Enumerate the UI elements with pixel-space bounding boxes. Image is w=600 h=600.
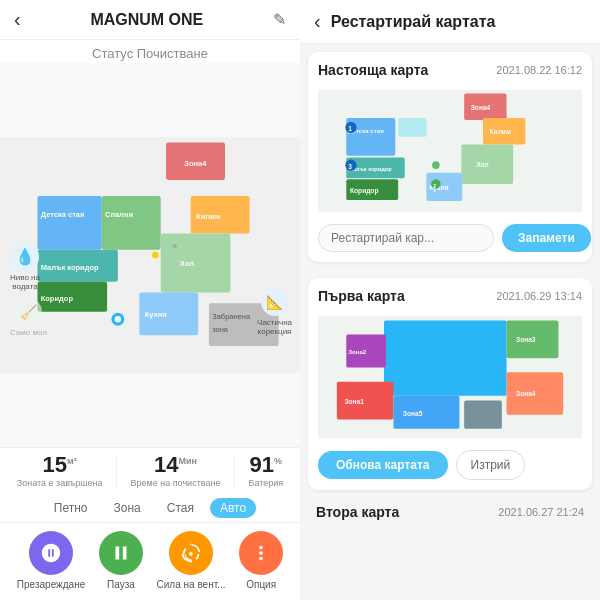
right-panel: ‹ Рестартирай картата Настояща карта 202… — [300, 0, 600, 600]
stats-row: 15м² Зоната е завършена 14Мин Време на п… — [0, 447, 300, 494]
current-map-thumbnail: Зона4 Детска стая Килим Малък коридор Хо… — [318, 86, 582, 216]
svg-point-23 — [173, 244, 177, 248]
tab-auto[interactable]: Авто — [210, 498, 256, 518]
svg-point-46 — [432, 161, 440, 169]
svg-text:Детска стая: Детска стая — [41, 211, 85, 220]
second-map-title: Втора карта — [316, 504, 399, 520]
svg-text:Хол: Хол — [476, 161, 488, 168]
fan-label: Сила на вент... — [157, 579, 226, 590]
stat-battery-value: 91% — [250, 454, 283, 476]
tab-spot[interactable]: Петно — [44, 498, 98, 518]
option-label: Опция — [246, 579, 276, 590]
update-map-button[interactable]: Обнова картата — [318, 451, 448, 479]
svg-text:Забранена: Забранена — [212, 312, 251, 321]
save-button[interactable]: Запамети — [502, 224, 591, 252]
stat-divider-2 — [234, 456, 235, 486]
svg-text:Коридор: Коридор — [350, 187, 378, 195]
left-panel: ‹ MAGNUM ONE ✎ Статус Почистване Зона4 Д… — [0, 0, 300, 600]
option-button[interactable]: Опция — [239, 531, 283, 590]
stat-time-label: Време на почистване — [131, 478, 221, 488]
svg-text:Зона4: Зона4 — [471, 104, 491, 111]
svg-rect-3 — [38, 196, 102, 250]
floor-map: Зона4 Детска стая Спални Килим Малък кор… — [0, 63, 300, 447]
stat-time: 14Мин Време на почистване — [131, 454, 221, 488]
svg-text:зона: зона — [212, 325, 229, 334]
recharge-icon — [29, 531, 73, 575]
svg-text:Зона5: Зона5 — [403, 410, 423, 417]
partial-correction-label: Частичнакорекция — [257, 318, 292, 337]
svg-rect-59 — [464, 401, 502, 429]
back-button[interactable]: ‹ — [14, 8, 21, 31]
option-icon — [239, 531, 283, 575]
recharge-label: Презареждане — [17, 579, 85, 590]
svg-rect-5 — [102, 196, 161, 250]
card-actions-current: Запамети — [318, 224, 582, 252]
tab-room[interactable]: Стая — [157, 498, 204, 518]
first-map-card: Първа карта 2021.06.29 13:14 Зона2 Зона1… — [308, 278, 592, 490]
second-map-date: 2021.06.27 21:24 — [498, 506, 584, 518]
pause-icon — [99, 531, 143, 575]
svg-text:Зона3: Зона3 — [516, 336, 536, 343]
pause-label: Пауза — [107, 579, 135, 590]
pause-button[interactable]: Пауза — [99, 531, 143, 590]
tab-zone[interactable]: Зона — [104, 498, 151, 518]
delete-map-button[interactable]: Изтрий — [456, 450, 526, 480]
mop-icon[interactable]: 🧹 Само мол — [10, 298, 47, 337]
restart-map-input[interactable] — [318, 224, 494, 252]
stat-area-label: Зоната е завършена — [17, 478, 103, 488]
second-map-section-header: Втора карта 2021.06.27 21:24 — [300, 498, 600, 522]
svg-rect-29 — [398, 118, 426, 137]
page-title: MAGNUM ONE — [90, 11, 203, 29]
current-map-date: 2021.08.22 16:12 — [496, 64, 582, 76]
svg-text:1: 1 — [348, 125, 352, 132]
recharge-button[interactable]: Презареждане — [17, 531, 85, 590]
svg-text:Килим: Килим — [196, 212, 221, 221]
stat-area: 15м² Зоната е завършена — [17, 454, 103, 488]
svg-rect-11 — [161, 234, 231, 293]
svg-text:Спални: Спални — [105, 211, 133, 220]
first-map-date: 2021.06.29 13:14 — [496, 290, 582, 302]
mode-tabs: Петно Зона Стая Авто — [0, 494, 300, 522]
current-map-title: Настояща карта — [318, 62, 428, 78]
stat-area-value: 15м² — [43, 454, 77, 476]
card-header-current: Настояща карта 2021.08.22 16:12 — [318, 62, 582, 78]
status-text: Статус Почистване — [0, 40, 300, 63]
card-actions-first: Обнова картата Изтрий — [318, 450, 582, 480]
bottom-actions: Презареждане Пауза Сила на вент... — [0, 522, 300, 600]
mop-label: Само мол — [10, 328, 47, 337]
svg-text:Зона1: Зона1 — [344, 398, 364, 405]
fan-button[interactable]: Сила на вент... — [157, 531, 226, 590]
partial-correction-icon[interactable]: 📐 Частичнакорекция — [257, 288, 292, 337]
svg-text:3: 3 — [348, 163, 352, 170]
fan-icon — [169, 531, 213, 575]
water-level-icon[interactable]: 💧 Ниво наводата — [10, 243, 40, 292]
water-level-label: Ниво наводата — [10, 273, 40, 292]
svg-text:2: 2 — [433, 183, 436, 189]
stat-divider-1 — [116, 456, 117, 486]
first-map-title: Първа карта — [318, 288, 405, 304]
right-page-title: Рестартирай картата — [331, 13, 496, 31]
svg-rect-48 — [384, 320, 507, 395]
svg-text:Хол: Хол — [180, 259, 194, 268]
stat-time-value: 14Мин — [154, 454, 197, 476]
svg-point-22 — [152, 252, 158, 258]
edit-button[interactable]: ✎ — [273, 10, 286, 29]
right-back-button[interactable]: ‹ — [314, 10, 321, 33]
stat-battery: 91% Батерия — [249, 454, 284, 488]
svg-text:Зона2: Зона2 — [348, 348, 367, 355]
current-map-card: Настояща карта 2021.08.22 16:12 Зона4 Де… — [308, 52, 592, 262]
card-header-first: Първа карта 2021.06.29 13:14 — [318, 288, 582, 304]
svg-text:Малък коридор: Малък коридор — [41, 263, 99, 272]
svg-text:Зона4: Зона4 — [184, 159, 207, 168]
right-header: ‹ Рестартирай картата — [300, 0, 600, 44]
svg-text:Кухня: Кухня — [145, 310, 167, 319]
first-map-thumbnail: Зона2 Зона1 Зона5 Зона3 Зона4 — [318, 312, 582, 442]
svg-point-21 — [115, 316, 121, 322]
stat-battery-label: Батерия — [249, 478, 284, 488]
left-header: ‹ MAGNUM ONE ✎ — [0, 0, 300, 40]
svg-text:Килим: Килим — [490, 128, 511, 135]
svg-text:Зона4: Зона4 — [516, 390, 536, 397]
